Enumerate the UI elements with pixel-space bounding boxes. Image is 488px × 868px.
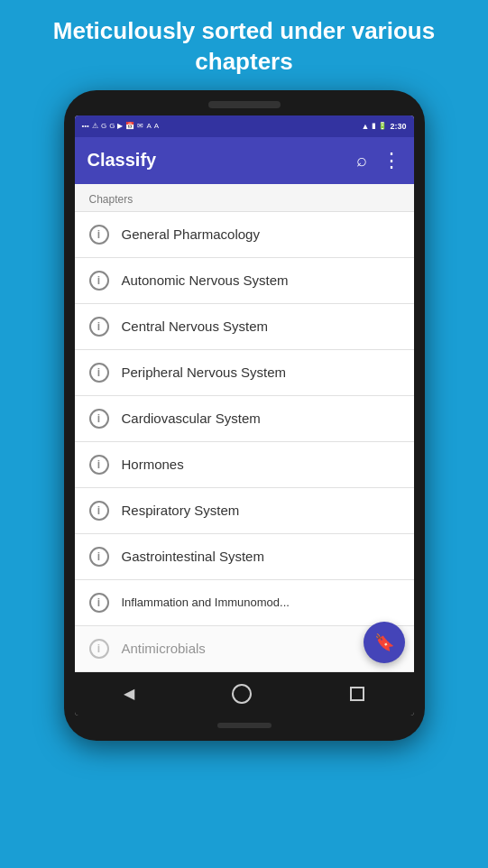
- chapter-name: Hormones: [122, 457, 184, 472]
- signal-icon: ▮: [372, 122, 375, 130]
- chapter-name: Respiratory System: [122, 503, 240, 518]
- chapter-list: i General Pharmacology i Autonomic Nervo…: [75, 211, 414, 672]
- list-item[interactable]: i Autonomic Nervous System: [75, 258, 414, 304]
- content-area: Chapters i General Pharmacology i Autono…: [75, 184, 414, 672]
- list-item[interactable]: i Antimicrobials: [75, 626, 414, 672]
- app-header: Classify ⌕ ⋮: [75, 137, 414, 184]
- chapters-label: Chapters: [75, 184, 414, 211]
- list-item[interactable]: i Respiratory System: [75, 488, 414, 534]
- chapter-name: Autonomic Nervous System: [122, 272, 289, 288]
- search-button[interactable]: ⌕: [356, 150, 367, 171]
- wifi-icon: ▲: [362, 122, 370, 131]
- phone-bottom-bar: [217, 723, 272, 728]
- calendar-icon: 📅: [125, 122, 134, 130]
- google-icon2: G: [109, 122, 115, 130]
- header-icons: ⌕ ⋮: [356, 149, 401, 172]
- more-options-button[interactable]: ⋮: [382, 149, 401, 172]
- app-icon-a1: A: [146, 122, 151, 130]
- info-icon: i: [89, 639, 109, 659]
- chapter-name: Gastrointestinal System: [122, 549, 264, 564]
- info-icon: i: [89, 593, 109, 613]
- chapter-name: Antimicrobials: [122, 641, 206, 656]
- list-item[interactable]: i Peripheral Nervous System: [75, 350, 414, 396]
- list-item[interactable]: i Inflammation and Immunomod...: [75, 580, 414, 626]
- page-title: Meticulously sorted under various chapte…: [0, 0, 488, 90]
- list-item[interactable]: i General Pharmacology: [75, 211, 414, 258]
- nav-bar: ◀: [75, 672, 414, 716]
- chapter-name: Inflammation and Immunomod...: [122, 596, 290, 609]
- status-bar: ••• ⚠ G G ▶ 📅 ✉ A A ▲ ▮ 🔋 2:30: [75, 115, 414, 137]
- list-item[interactable]: i Gastrointestinal System: [75, 534, 414, 580]
- info-icon: i: [89, 409, 109, 429]
- mail-icon: ✉: [137, 122, 143, 130]
- info-icon: i: [89, 547, 109, 567]
- notification-icon: ⚠: [92, 122, 98, 130]
- home-button[interactable]: [232, 684, 252, 704]
- chapter-name: Cardiovascular System: [122, 411, 261, 426]
- info-icon: i: [89, 501, 109, 521]
- status-dot1: •••: [82, 122, 89, 130]
- info-icon: i: [89, 455, 109, 475]
- phone-frame: ••• ⚠ G G ▶ 📅 ✉ A A ▲ ▮ 🔋 2:30 Classify …: [64, 90, 425, 741]
- recent-button[interactable]: [350, 687, 364, 701]
- phone-speaker: [208, 101, 281, 108]
- bookmark-icon: 🔖: [374, 633, 394, 652]
- info-icon: i: [89, 363, 109, 383]
- chapter-name: General Pharmacology: [122, 226, 260, 242]
- list-item[interactable]: i Hormones: [75, 442, 414, 488]
- phone-top-area: [75, 101, 414, 115]
- back-button[interactable]: ◀: [124, 685, 134, 702]
- phone-screen: ••• ⚠ G G ▶ 📅 ✉ A A ▲ ▮ 🔋 2:30 Classify …: [75, 115, 414, 716]
- status-icons-right: ▲ ▮ 🔋 2:30: [362, 122, 407, 131]
- status-time: 2:30: [390, 122, 406, 131]
- fab-button[interactable]: 🔖: [364, 622, 405, 663]
- battery-icon: 🔋: [378, 122, 387, 130]
- status-icons-left: ••• ⚠ G G ▶ 📅 ✉ A A: [82, 122, 160, 130]
- play-icon: ▶: [117, 122, 123, 130]
- info-icon: i: [89, 225, 109, 245]
- app-title: Classify: [87, 150, 157, 171]
- app-icon-a2: A: [154, 122, 159, 130]
- list-item[interactable]: i Cardiovascular System: [75, 396, 414, 442]
- list-item[interactable]: i Central Nervous System: [75, 304, 414, 350]
- chapter-name: Central Nervous System: [122, 319, 269, 334]
- info-icon: i: [89, 271, 109, 291]
- chapter-name: Peripheral Nervous System: [122, 365, 287, 380]
- google-icon1: G: [101, 122, 106, 130]
- info-icon: i: [89, 317, 109, 337]
